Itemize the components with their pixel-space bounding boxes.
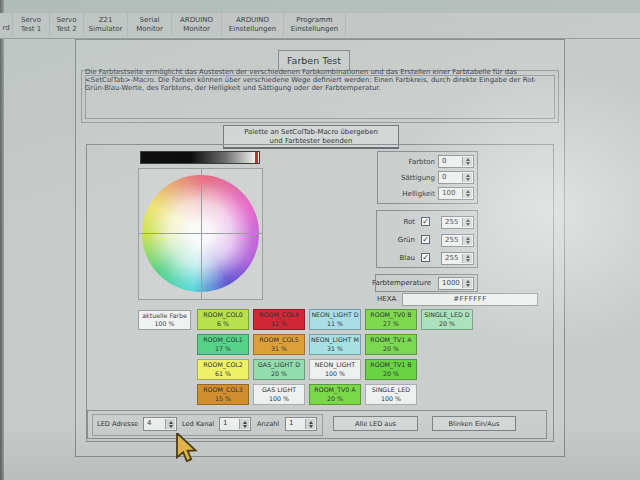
tab-servo-test-1[interactable]: Servo Test 1 — [13, 13, 50, 37]
cell-percent: 100 % — [381, 395, 401, 404]
palette-cell-neon_light-m[interactable]: NEON_LIGHT M31 % — [309, 334, 361, 355]
hsb-groupbox: Farbton0Sättigung0Helligkeit100 — [377, 151, 478, 204]
led-adresse-value: 4 — [147, 419, 151, 427]
tab-serial-monitor[interactable]: Serial Monitor — [128, 13, 172, 37]
cell-percent: 20 % — [439, 320, 455, 329]
palette-cell-room_col2[interactable]: ROOM_COL261 % — [197, 359, 249, 380]
palette-cell-single_led-d[interactable]: SINGLE_LED D20 % — [421, 309, 473, 330]
brightness-slider-marker[interactable] — [255, 152, 258, 163]
farben-test-panel: Farben Test Die Farbtestseite ermöglicht… — [75, 39, 565, 457]
farbtemperatur-spinner[interactable] — [462, 279, 472, 288]
led-anzahl-input[interactable]: 1 — [285, 417, 317, 431]
led-kanal-input[interactable]: 1 — [219, 417, 251, 431]
cell-name: NEON_LIGHT M — [311, 336, 359, 345]
rgb-checkbox[interactable]: ✓ — [421, 253, 430, 262]
cell-percent: 20 % — [271, 370, 287, 379]
current-color-swatch: aktuelle Farbe 100 % — [138, 310, 191, 330]
hsb-row: Helligkeit100 — [378, 187, 477, 204]
rgb-input[interactable]: 255 — [441, 252, 474, 265]
cell-percent: 15 % — [215, 395, 231, 404]
led-adresse-spinner[interactable] — [165, 419, 175, 429]
tab-partial[interactable]: rd — [0, 13, 13, 37]
cell-name: SINGLE_LED D — [424, 311, 469, 320]
palette-cell-gas-light[interactable]: GAS LIGHT100 % — [253, 384, 305, 405]
cell-percent: 61 % — [215, 370, 231, 379]
rgb-input[interactable]: 255 — [441, 216, 474, 229]
hsb-row: Sättigung0 — [378, 171, 477, 188]
led-kanal-label: Led Kanal — [182, 420, 214, 428]
monitor-top-strip — [0, 0, 640, 13]
current-color-percent: 100 % — [154, 320, 174, 329]
tab-arduino-einstellungen[interactable]: ARDUINO Einstellungen — [222, 13, 284, 37]
rgb-spinner[interactable] — [462, 218, 472, 227]
palette-cell-neon_light[interactable]: NEON_LIGHT100 % — [309, 359, 361, 380]
led-anzahl-spinner[interactable] — [305, 419, 315, 429]
cell-name: ROOM_TV0 B — [370, 311, 411, 320]
rgb-checkbox[interactable]: ✓ — [421, 217, 430, 226]
tab-programm-einstellungen[interactable]: Programm Einstellungen — [284, 13, 346, 37]
palette-cell-room_col4[interactable]: ROOM_COL412 % — [253, 309, 305, 330]
palette-cell-room_col5[interactable]: ROOM_COL531 % — [253, 334, 305, 355]
led-anzahl-value: 1 — [289, 419, 293, 427]
hsb-input[interactable]: 100 — [438, 187, 474, 200]
cell-percent: 17 % — [215, 345, 231, 354]
palette-cell-room_tv0-b[interactable]: ROOM_TV0 B27 % — [365, 309, 417, 330]
description-box: Die Farbtestseite ermöglicht das Austest… — [81, 70, 559, 123]
color-test-area: Farbton0Sättigung0Helligkeit100 Rot✓255G… — [86, 144, 554, 442]
cell-name: GAS LIGHT — [262, 386, 296, 395]
palette-cell-room_tv1-b[interactable]: ROOM_TV1 B20 % — [365, 359, 417, 380]
hsb-value: 0 — [442, 157, 446, 165]
alle-led-aus-button[interactable]: Alle LED aus — [333, 416, 418, 431]
tab-strip: rd Servo Test 1Servo Test 2Z21 Simulator… — [0, 13, 640, 39]
rgb-input[interactable]: 255 — [441, 234, 474, 247]
rgb-value: 255 — [445, 254, 458, 262]
cell-name: ROOM_COL5 — [259, 336, 299, 345]
hsb-spinner[interactable] — [462, 173, 472, 182]
cell-percent: 31 % — [327, 345, 343, 354]
blinken-ein-aus-button[interactable]: Blinken Ein/Aus — [432, 416, 516, 431]
cell-percent: 6 % — [217, 320, 229, 329]
hsb-spinner[interactable] — [462, 189, 472, 198]
brightness-slider[interactable] — [140, 151, 260, 164]
rgb-checkbox[interactable]: ✓ — [421, 235, 430, 244]
farbtemperatur-input[interactable]: 1000 — [438, 277, 474, 290]
rgb-row: Rot✓255 — [377, 215, 477, 232]
palette-cell-single_led[interactable]: SINGLE_LED100 % — [365, 384, 417, 405]
palette-cell-room_col0[interactable]: ROOM_COL06 % — [197, 309, 249, 330]
hsb-label: Sättigung — [401, 174, 435, 182]
led-adresse-input[interactable]: 4 — [143, 417, 177, 431]
cell-percent: 12 % — [271, 320, 287, 329]
cell-name: ROOM_COL3 — [203, 386, 243, 395]
hsb-row: Farbton0 — [378, 155, 477, 172]
palette-cell-room_col3[interactable]: ROOM_COL315 % — [197, 384, 249, 405]
tab-servo-test-2[interactable]: Servo Test 2 — [50, 13, 84, 37]
hsb-value: 100 — [442, 189, 455, 197]
hexa-input[interactable]: #FFFFFF — [402, 293, 538, 306]
palette-cell-neon_light-d[interactable]: NEON_LIGHT D11 % — [309, 309, 361, 330]
wheel-crosshair-vertical — [201, 169, 202, 299]
palette-cell-room_tv0-a[interactable]: ROOM_TV0 A20 % — [309, 384, 361, 405]
led-kanal-spinner[interactable] — [239, 419, 249, 429]
cell-name: SINGLE_LED — [372, 386, 410, 395]
palette-cell-room_col1[interactable]: ROOM_COL117 % — [197, 334, 249, 355]
palette-cell-gas_light-d[interactable]: GAS_LIGHT D20 % — [253, 359, 305, 380]
cell-percent: 20 % — [327, 395, 343, 404]
hsb-input[interactable]: 0 — [438, 155, 474, 168]
cell-name: ROOM_COL0 — [203, 311, 243, 320]
rgb-label: Blau — [400, 254, 415, 262]
rgb-spinner[interactable] — [462, 236, 472, 245]
screen: rd Servo Test 1Servo Test 2Z21 Simulator… — [0, 0, 640, 480]
led-kanal-value: 1 — [223, 419, 227, 427]
cell-name: GAS_LIGHT D — [258, 361, 300, 370]
rgb-row: Grün✓255 — [377, 233, 477, 250]
tab-arduino-monitor[interactable]: ARDUINO Monitor — [172, 13, 222, 37]
palette-cell-room_tv1-a[interactable]: ROOM_TV1 A20 % — [365, 334, 417, 355]
tab-z21-simulator[interactable]: Z21 Simulator — [84, 13, 128, 37]
rgb-value: 255 — [445, 218, 458, 226]
rgb-label: Rot — [403, 218, 415, 226]
hsb-input[interactable]: 0 — [438, 171, 474, 184]
description-text: Die Farbtestseite ermöglicht das Austest… — [85, 68, 555, 92]
hsb-label: Helligkeit — [402, 190, 435, 198]
hsb-spinner[interactable] — [462, 157, 472, 166]
rgb-spinner[interactable] — [462, 254, 472, 263]
